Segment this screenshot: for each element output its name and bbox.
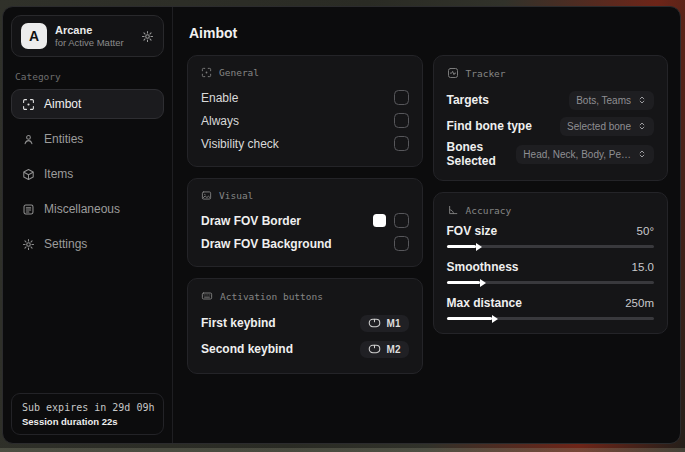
keybind-label: First keybind [201,316,276,330]
menu-window: A Arcane for Active Matter Category [2,6,681,444]
setting-label: Visibility check [201,137,279,151]
sidebar-item-miscellaneous[interactable]: Miscellaneous [11,194,164,224]
settings-gear-icon[interactable] [141,30,154,43]
unfold-icon [637,121,647,131]
cube-icon [22,168,35,181]
dropdown-value: Head, Neck, Body, Pe… [523,149,631,160]
sidebar-item-label: Aimbot [44,97,81,111]
category-nav: Aimbot Entities [11,89,164,259]
slider-row: FOV size 50° [447,224,655,248]
general-card: General Enable Always Visibility check [187,55,423,167]
tracker-label: Targets [447,93,489,107]
slider-value: 15.0 [632,261,654,273]
slider-label: FOV size [447,224,498,238]
session-duration-text: Session duration 22s [22,416,153,427]
gear-icon [22,238,35,251]
page-title: Aimbot [189,25,668,41]
keybind-label: Second keybind [201,342,293,356]
slider-value: 50° [637,225,654,237]
unfold-icon [637,149,647,159]
enable-checkbox[interactable] [394,90,409,105]
setting-label: Draw FOV Background [201,237,332,251]
setting-label: Always [201,114,239,128]
targets-dropdown[interactable]: Bots, Teams [569,91,654,110]
sidebar-item-label: Items [44,167,73,181]
tracker-row: Bones Selected Head, Neck, Body, Pe… [447,139,655,169]
bones-selected-dropdown[interactable]: Head, Neck, Body, Pe… [516,145,654,164]
unfold-icon [637,95,647,105]
tracker-label: Find bone type [447,119,532,133]
left-column: General Enable Always Visibility check [187,55,423,374]
visibility-check-checkbox[interactable] [394,136,409,151]
angle-icon [447,204,459,216]
sidebar: A Arcane for Active Matter Category [3,7,173,443]
sidebar-item-label: Settings [44,237,87,251]
draw-fov-border-checkbox[interactable] [394,213,409,228]
slider-label: Smoothness [447,260,519,274]
first-keybind-button[interactable]: M1 [360,315,409,332]
setting-row: Draw FOV Background [201,232,409,255]
setting-label: Enable [201,91,238,105]
slider-row: Smoothness 15.0 [447,260,655,284]
card-title: Tracker [466,68,506,79]
main-panel: Aimbot General [173,7,680,443]
setting-row: Enable [201,86,409,109]
sidebar-item-entities[interactable]: Entities [11,124,164,154]
second-keybind-button[interactable]: M2 [360,341,409,358]
setting-row: Draw FOV Border [201,209,409,232]
keybind-value: M2 [387,344,401,355]
card-title: General [219,67,259,78]
list-icon [22,203,35,216]
brand-card: A Arcane for Active Matter [11,15,164,57]
mouse-icon [368,344,381,354]
fov-size-slider[interactable] [447,245,655,248]
find-bone-type-dropdown[interactable]: Selected bone [560,117,654,136]
tracker-row: Targets Bots, Teams [447,87,655,113]
crosshair-icon [22,98,35,111]
sidebar-item-label: Entities [44,132,83,146]
visual-card: Visual Draw FOV Border Draw FOV Backgrou… [187,178,423,267]
smoothness-slider[interactable] [447,281,655,284]
draw-fov-background-checkbox[interactable] [394,236,409,251]
mouse-icon [368,318,381,328]
image-icon [201,190,212,201]
max-distance-slider[interactable] [447,317,655,320]
category-label: Category [15,71,160,82]
sidebar-item-items[interactable]: Items [11,159,164,189]
dropdown-value: Bots, Teams [576,95,631,106]
game-backdrop: A Arcane for Active Matter Category [0,0,685,452]
right-column: Tracker Targets Bots, Teams [433,55,669,334]
crosshair-icon [201,67,212,78]
sidebar-item-settings[interactable]: Settings [11,229,164,259]
person-icon [22,133,35,146]
sidebar-item-aimbot[interactable]: Aimbot [11,89,164,119]
keybind-row: Second keybind M2 [201,336,409,362]
slider-value: 250m [625,297,654,309]
tracker-row: Find bone type Selected bone [447,113,655,139]
sidebar-spacer [11,259,164,393]
setting-row: Visibility check [201,132,409,155]
keybind-value: M1 [387,318,401,329]
slider-row: Max distance 250m [447,296,655,320]
card-title: Visual [219,190,253,201]
fov-border-color-swatch[interactable] [373,214,386,227]
brand-text: Arcane for Active Matter [55,24,124,48]
slider-label: Max distance [447,296,522,310]
slider-fill[interactable] [447,245,476,248]
accuracy-card: Accuracy FOV size 50° [433,192,669,334]
setting-label: Draw FOV Border [201,214,301,228]
setting-row: Always [201,109,409,132]
sub-expires-text: Sub expires in 29d 09h [22,402,153,413]
slider-fill[interactable] [447,281,480,284]
card-title: Accuracy [466,205,512,216]
tracker-card: Tracker Targets Bots, Teams [433,55,669,181]
slider-fill[interactable] [447,317,493,320]
brand-initial: A [29,28,39,44]
tracker-icon [447,67,459,79]
dropdown-value: Selected bone [567,121,631,132]
tracker-label: Bones Selected [447,140,517,168]
always-checkbox[interactable] [394,113,409,128]
keyboard-icon [201,290,213,302]
brand-logo: A [21,23,47,49]
subscription-card: Sub expires in 29d 09h Session duration … [11,393,164,435]
